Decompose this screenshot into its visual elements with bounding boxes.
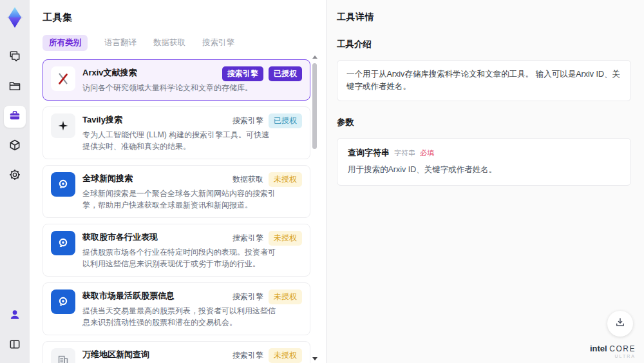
sidebar-item-settings[interactable]: [4, 165, 26, 187]
toolbox-icon: [8, 109, 21, 124]
tool-description: 全球新闻搜索是一个聚合全球各大新闻网站内容的搜索引擎，帮助用户快速获取全球最新资…: [82, 188, 276, 211]
tab-data-fetch[interactable]: 数据获取: [153, 37, 185, 48]
parameter-type: 字符串: [394, 148, 415, 158]
scroll-down-arrow[interactable]: [312, 357, 317, 360]
intel-brand-text: intel: [590, 344, 607, 353]
tool-card-stock-sectors[interactable]: 获取股市各行业表现 提供股票市场各个行业在特定时间段内的表现。投资者可以利用这些…: [43, 224, 310, 277]
sidebar-item-tools[interactable]: [4, 106, 26, 128]
auth-status-badge: 未授权: [269, 231, 302, 246]
scroll-up-arrow[interactable]: [312, 55, 317, 59]
sidebar-item-account[interactable]: [4, 305, 26, 327]
sidebar-item-chat[interactable]: [4, 46, 26, 68]
chat-icon: [8, 50, 21, 65]
ultra-brand-text: ULTRA: [590, 354, 636, 359]
sidebar-item-packages[interactable]: [4, 135, 26, 157]
category-badge: 搜索引擎: [232, 289, 263, 304]
tab-all-categories[interactable]: 所有类别: [43, 35, 88, 51]
tool-description: 访问各个研究领域大量科学论文和文章的存储库。: [82, 82, 276, 93]
category-tabs: 所有类别 语言翻译 数据获取 搜索引擎: [43, 35, 326, 51]
tool-card-tavily[interactable]: Tavily搜索 专为人工智能代理 (LLM) 构建的搜索引擎工具。可快速提供实…: [43, 106, 310, 159]
tool-detail-panel: 工具详情 工具介绍 一个用于从Arxiv存储库搜索科学论文和文章的工具。 输入可…: [326, 0, 644, 363]
parameter-description: 用于搜索的Arxiv ID、关键字或作者姓名。: [348, 164, 620, 175]
sidebar-rail: [0, 0, 30, 363]
core-brand-text: CORE: [609, 344, 636, 353]
scrollbar-thumb[interactable]: [312, 63, 317, 149]
tool-description: 专为人工智能代理 (LLM) 构建的搜索引擎工具。可快速提供实时、准确和真实的结…: [82, 129, 276, 152]
tool-list-panel: 工具集 所有类别 语言翻译 数据获取 搜索引擎 Arxiv文献搜索 访问各个研究…: [30, 0, 326, 363]
tool-card-arxiv[interactable]: Arxiv文献搜索 访问各个研究领域大量科学论文和文章的存储库。 搜索引擎 已授…: [43, 59, 310, 101]
auth-status-badge: 未授权: [269, 348, 302, 363]
download-icon: [614, 317, 626, 331]
arxiv-icon: [51, 66, 75, 91]
tool-card-regional-news[interactable]: 万维地区新闻查询 查询具体行政区划内的新闻，快速了解各地新闻动 搜索引擎 未授权: [43, 341, 310, 363]
auth-status-badge: 已授权: [269, 113, 302, 128]
parameter-name: 查询字符串: [348, 147, 390, 159]
download-button[interactable]: [607, 311, 633, 337]
tool-description: 提供股票市场各个行业在特定时间段内的表现。投资者可以利用这些信息来识别表现优于或…: [82, 246, 276, 270]
sidebar-item-panel-toggle[interactable]: [4, 335, 26, 357]
tool-intro-text: 一个用于从Arxiv存储库搜索科学论文和文章的工具。 输入可以是Arxiv ID…: [337, 60, 631, 101]
user-icon: [8, 308, 21, 324]
parameter-required-badge: 必填: [420, 148, 434, 158]
category-badge: 搜索引擎: [232, 113, 263, 128]
auth-status-badge: 未授权: [269, 172, 302, 187]
settings-icon: [8, 168, 21, 184]
params-section-title: 参数: [337, 117, 631, 128]
news-app-icon: [51, 231, 75, 255]
sidebar-item-files[interactable]: [4, 76, 26, 98]
tab-language-translation[interactable]: 语言翻译: [104, 37, 137, 48]
category-badge: 数据获取: [232, 172, 263, 187]
news-app-icon: [51, 289, 75, 314]
building-icon: [51, 348, 75, 363]
panel-icon: [8, 338, 21, 353]
auth-status-badge: 已授权: [269, 66, 302, 81]
tavily-star-icon: [51, 113, 75, 138]
news-app-icon: [51, 172, 75, 197]
category-badge: 搜索引擎: [222, 66, 263, 81]
tool-card-active-stocks[interactable]: 获取市场最活跃股票信息 提供当天交易量最高的股票列表，投资者可以利用这些信息来识…: [43, 282, 310, 335]
auth-status-badge: 未授权: [269, 289, 302, 304]
tool-card-global-news[interactable]: 全球新闻搜索 全球新闻搜索是一个聚合全球各大新闻网站内容的搜索引擎，帮助用户快速…: [43, 165, 310, 218]
page-title: 工具集: [43, 12, 326, 24]
tool-description: 提供当天交易量最高的股票列表，投资者可以利用这些信息来识别流动性强的股票和潜在的…: [82, 305, 276, 328]
intel-core-logo: intel CORE ULTRA: [590, 344, 636, 359]
app-logo-icon: [4, 5, 26, 30]
category-badge: 搜索引擎: [232, 348, 263, 363]
parameter-card: 查询字符串 字符串 必填 用于搜索的Arxiv ID、关键字或作者姓名。: [337, 138, 631, 186]
cube-icon: [8, 139, 21, 154]
app-window: 工具集 所有类别 语言翻译 数据获取 搜索引擎 Arxiv文献搜索 访问各个研究…: [0, 0, 644, 363]
tab-search-engine[interactable]: 搜索引擎: [202, 37, 234, 48]
list-scrollbar[interactable]: [312, 55, 317, 360]
category-badge: 搜索引擎: [232, 231, 263, 246]
intro-section-title: 工具介绍: [337, 39, 631, 50]
detail-title: 工具详情: [337, 12, 631, 23]
folder-icon: [8, 79, 21, 95]
tool-list: Arxiv文献搜索 访问各个研究领域大量科学论文和文章的存储库。 搜索引擎 已授…: [43, 59, 310, 363]
